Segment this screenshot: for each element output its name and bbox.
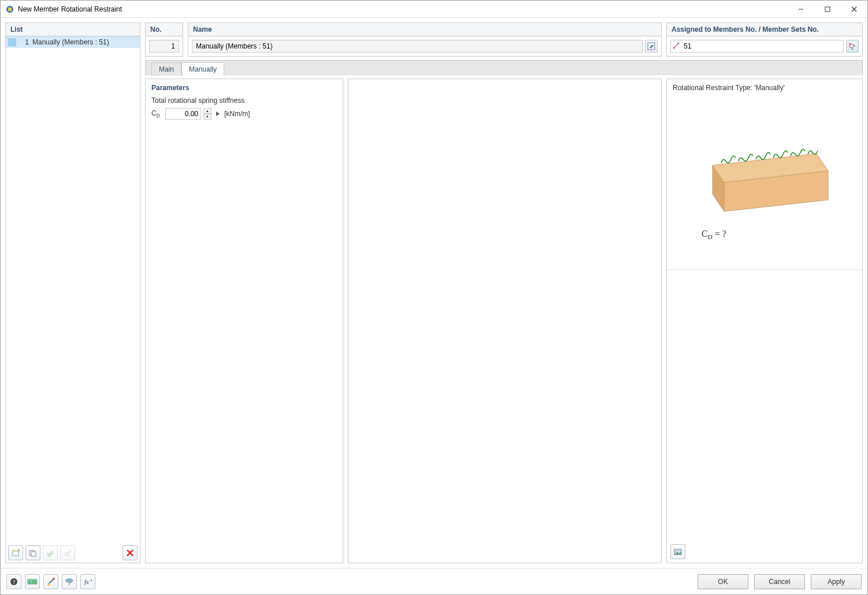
parameter-label: Total rotational spring stiffness (151, 96, 337, 105)
delete-item-button[interactable] (123, 545, 138, 560)
list-item-index: 1 (21, 38, 29, 46)
name-input[interactable] (192, 40, 643, 53)
check-all-button[interactable] (43, 545, 58, 560)
svg-rect-28 (47, 583, 50, 586)
main-layout: List 1 Manually (Members : 51) ★ (5, 23, 863, 563)
ok-button[interactable]: OK (698, 574, 748, 589)
cd-spinner[interactable]: ▴ ▾ (203, 108, 212, 120)
list-header: List (6, 23, 140, 36)
header-row: No. Name Assigned to Members No (145, 23, 863, 57)
dialog-footer: ? 0.00 fx OK Cancel Apply (1, 568, 867, 594)
parameter-symbol: CD (151, 109, 163, 118)
spinner-up-icon[interactable]: ▴ (203, 108, 212, 114)
dialog-window: New Member Rotational Restraint List 1 M… (0, 0, 868, 595)
svg-point-29 (53, 578, 55, 580)
view-button[interactable] (62, 574, 77, 589)
svg-point-16 (678, 43, 680, 44)
cancel-button[interactable]: Cancel (754, 574, 805, 589)
copy-item-button[interactable] (25, 545, 40, 560)
list-item-swatch (8, 38, 16, 46)
help-button[interactable]: ? (6, 574, 21, 589)
name-header: Name (188, 23, 661, 36)
list-item[interactable]: 1 Manually (Members : 51) (6, 36, 140, 48)
parameters-panel: Parameters Total rotational spring stiff… (145, 79, 343, 563)
parameter-unit: [kNm/m] (224, 110, 250, 118)
number-box: No. (145, 23, 183, 57)
edit-name-button[interactable] (645, 40, 658, 53)
members-icon (673, 42, 680, 51)
number-input[interactable] (149, 40, 179, 53)
name-box: Name (188, 23, 662, 57)
illustration: CD = ? (667, 96, 862, 270)
list-toolbar: ★ (6, 543, 140, 563)
units-button[interactable]: 0.00 (25, 574, 40, 589)
svg-rect-3 (825, 7, 830, 12)
tab-manually[interactable]: Manually (181, 62, 224, 76)
restraint-illustration (689, 125, 840, 217)
pick-members-button[interactable] (846, 40, 859, 53)
new-item-button[interactable]: ★ (8, 545, 23, 560)
middle-panel (348, 79, 662, 563)
list-panel: List 1 Manually (Members : 51) ★ (5, 23, 140, 563)
tab-content: Parameters Total rotational spring stiff… (145, 79, 863, 563)
list-item-label: Manually (Members : 51) (32, 38, 109, 46)
svg-point-30 (66, 579, 73, 582)
svg-text:fx: fx (84, 578, 89, 585)
parameter-row: CD ▴ ▾ [kNm/m] (151, 108, 337, 120)
list-body[interactable]: 1 Manually (Members : 51) (6, 36, 140, 543)
assigned-header: Assigned to Members No. / Member Sets No… (667, 23, 862, 36)
tab-main[interactable]: Main (151, 62, 181, 76)
svg-rect-9 (31, 552, 36, 556)
parameters-title: Parameters (151, 84, 337, 92)
titlebar: New Member Rotational Restraint (1, 1, 867, 18)
illustration-formula: CD = ? (702, 229, 726, 240)
svg-rect-1 (8, 8, 12, 11)
cd-menu-button[interactable] (214, 108, 222, 120)
number-header: No. (146, 23, 183, 36)
fx-button[interactable]: fx (80, 574, 95, 589)
image-tool-button[interactable] (670, 544, 685, 559)
uncheck-all-button[interactable] (60, 545, 75, 560)
svg-text:0.00: 0.00 (28, 580, 36, 584)
svg-point-15 (673, 47, 675, 49)
minimize-button[interactable] (788, 1, 814, 18)
close-button[interactable] (841, 1, 867, 18)
maximize-button[interactable] (814, 1, 841, 18)
right-column: No. Name Assigned to Members No (145, 23, 863, 563)
svg-line-14 (674, 43, 678, 48)
svg-text:?: ? (13, 579, 16, 585)
illustration-panel: Rotational Restraint Type: 'Manually' (666, 79, 863, 563)
illustration-title: Rotational Restraint Type: 'Manually' (667, 79, 862, 96)
assigned-box: Assigned to Members No. / Member Sets No… (666, 23, 863, 57)
app-icon (5, 5, 14, 14)
members-tool-button[interactable] (43, 574, 58, 589)
svg-text:★: ★ (17, 549, 20, 553)
svg-point-17 (850, 44, 851, 45)
tab-strip: Main Manually (145, 60, 863, 75)
apply-button[interactable]: Apply (811, 574, 862, 589)
spinner-down-icon[interactable]: ▾ (203, 114, 212, 120)
assigned-input[interactable] (670, 40, 844, 53)
cd-value-input[interactable] (165, 108, 201, 120)
window-title: New Member Rotational Restraint (18, 5, 122, 13)
dialog-body: List 1 Manually (Members : 51) ★ (1, 18, 867, 568)
